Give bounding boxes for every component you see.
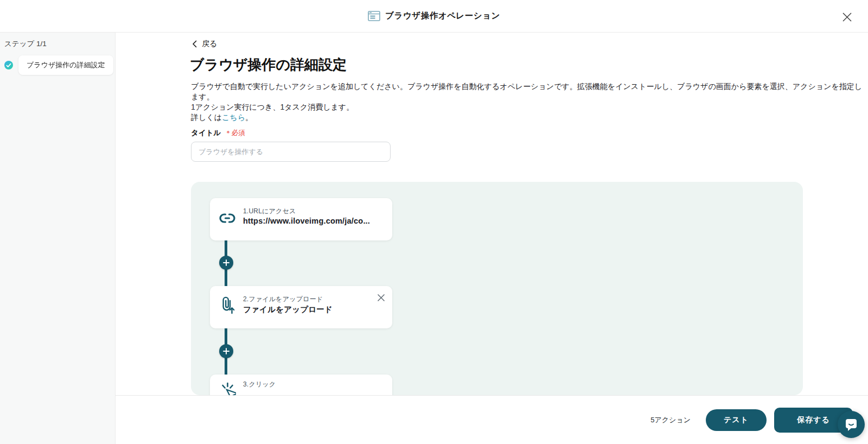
title-input[interactable] xyxy=(191,142,391,162)
action-card-file-upload[interactable]: 2.ファイルをアップロード ファイルをアップロード xyxy=(210,286,392,328)
title-field-label: タイトル xyxy=(191,128,221,138)
page-title: ブラウザ操作の詳細設定 xyxy=(190,55,347,74)
add-action-button[interactable] xyxy=(219,344,233,358)
action-value: https://www.iloveimg.com/ja/co... xyxy=(243,217,370,225)
description-line-1: ブラウザで自動で実行したいアクションを追加してください。ブラウザ操作を自動化する… xyxy=(191,82,862,101)
action-card-url-access[interactable]: 1.URLにアクセス https://www.iloveimg.com/ja/c… xyxy=(210,198,392,240)
actions-count: 5アクション xyxy=(650,415,691,425)
action-step-label: 3.クリック xyxy=(243,380,276,389)
chat-bubble-icon xyxy=(844,417,858,432)
main-panel: 戻る ブラウザ操作の詳細設定 ブラウザで自動で実行したいアクションを追加してくだ… xyxy=(116,33,868,395)
action-step-label: 2.ファイルをアップロード xyxy=(243,295,323,304)
description-more-prefix: 詳しくは xyxy=(191,113,222,122)
action-step-label: 1.URLにアクセス xyxy=(243,207,296,216)
close-icon[interactable] xyxy=(839,9,855,25)
add-action-button[interactable] xyxy=(219,256,233,270)
modal-title: ブラウザ操作オペレーション xyxy=(385,10,500,22)
page-description: ブラウザで自動で実行したいアクションを追加してください。ブラウザ操作を自動化する… xyxy=(191,81,868,123)
remove-action-icon[interactable] xyxy=(375,292,386,303)
back-button[interactable]: 戻る xyxy=(192,39,217,49)
footer-bar: 5アクション テスト 保存する xyxy=(116,395,868,444)
file-upload-icon xyxy=(219,295,235,318)
modal-title-group: ブラウザ操作オペレーション xyxy=(368,10,500,22)
link-icon xyxy=(219,210,236,229)
browser-window-icon xyxy=(368,11,380,21)
learn-more-link[interactable]: こちら xyxy=(222,113,245,122)
title-field-label-row: タイトル ＊必須 xyxy=(191,128,245,138)
chat-widget-button[interactable] xyxy=(838,411,865,438)
action-card-click[interactable]: 3.クリック xyxy=(210,375,392,395)
action-value: ファイルをアップロード xyxy=(243,305,333,315)
back-label: 戻る xyxy=(202,39,217,49)
steps-counter: ステップ 1/1 xyxy=(4,39,47,49)
sidebar-item-step-detail-settings[interactable]: ブラウザ操作の詳細設定 xyxy=(4,55,113,75)
modal-header: ブラウザ操作オペレーション xyxy=(0,0,868,33)
required-badge: ＊必須 xyxy=(225,129,245,138)
steps-sidebar: ステップ 1/1 ブラウザ操作の詳細設定 xyxy=(0,33,116,444)
action-flow-canvas: 1.URLにアクセス https://www.iloveimg.com/ja/c… xyxy=(191,182,803,395)
description-more-suffix: 。 xyxy=(245,113,253,122)
sidebar-item-label: ブラウザ操作の詳細設定 xyxy=(18,55,113,75)
chevron-left-icon xyxy=(192,40,197,48)
description-line-2: 1アクション実行につき、1タスク消費します。 xyxy=(191,103,354,111)
step-complete-check-icon xyxy=(4,61,13,69)
test-button[interactable]: テスト xyxy=(706,409,767,431)
click-icon xyxy=(220,381,236,395)
